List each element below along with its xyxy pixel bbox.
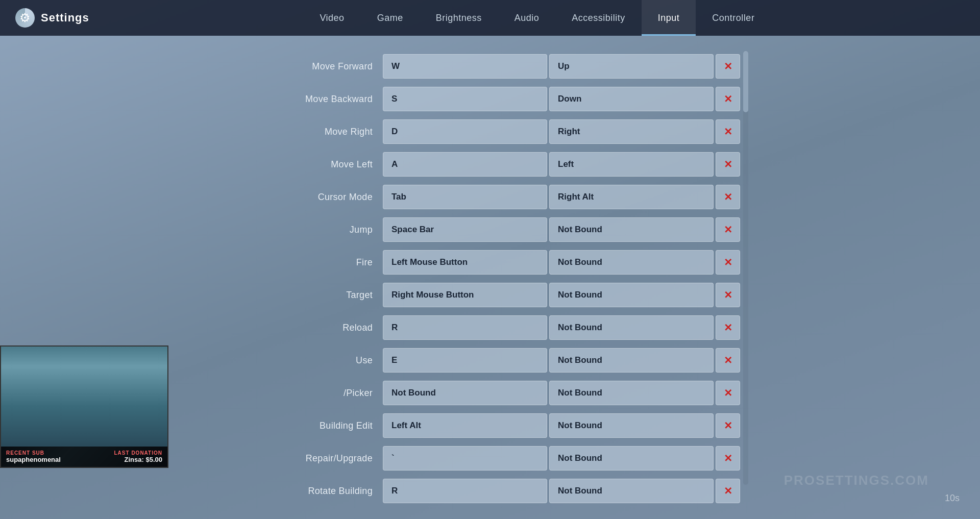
binding-alt-key[interactable]: Not Bound	[549, 217, 714, 242]
webcam-bar-right: LAST DONATION Zinsa: $5.00	[114, 450, 162, 463]
binding-primary-key[interactable]: `	[383, 446, 547, 471]
nav-tab-video[interactable]: Video	[303, 0, 360, 36]
binding-row: TargetRight Mouse ButtonNot Bound✕	[240, 280, 740, 310]
binding-row: Move ForwardWUp✕	[240, 51, 740, 82]
binding-row: Cursor ModeTabRight Alt✕	[240, 182, 740, 212]
binding-primary-key[interactable]: W	[383, 54, 547, 79]
nav-tab-audio[interactable]: Audio	[498, 0, 556, 36]
binding-action-label: Reload	[240, 323, 383, 333]
binding-row: ReloadRNot Bound✕	[240, 312, 740, 343]
scrollbar-thumb[interactable]	[743, 51, 748, 112]
binding-alt-key[interactable]: Left	[549, 152, 714, 177]
binding-action-label: Move Left	[240, 159, 383, 170]
binding-alt-key[interactable]: Not Bound	[549, 250, 714, 275]
binding-action-label: Cursor Mode	[240, 192, 383, 203]
webcam-bar-left: RECENT SUB supaphenomenal	[6, 450, 61, 463]
binding-row: FireLeft Mouse ButtonNot Bound✕	[240, 247, 740, 278]
binding-clear-button[interactable]: ✕	[716, 152, 740, 177]
binding-clear-button[interactable]: ✕	[716, 348, 740, 373]
binding-action-label: Move Backward	[240, 94, 383, 105]
nav-tabs: VideoGameBrightnessAudioAccessibilityInp…	[110, 0, 965, 36]
binding-primary-key[interactable]: Not Bound	[383, 381, 547, 405]
binding-alt-key[interactable]: Not Bound	[549, 446, 714, 471]
binding-action-label: Building Edit	[240, 421, 383, 431]
x-icon: ✕	[724, 354, 732, 366]
binding-clear-button[interactable]: ✕	[716, 185, 740, 209]
x-icon: ✕	[724, 452, 732, 464]
x-icon: ✕	[724, 387, 732, 399]
app-title: Settings	[41, 11, 89, 24]
x-icon: ✕	[724, 322, 732, 334]
binding-row: Building EditLeft AltNot Bound✕	[240, 410, 740, 441]
binding-clear-button[interactable]: ✕	[716, 446, 740, 471]
binding-primary-key[interactable]: D	[383, 119, 547, 144]
binding-alt-key[interactable]: Not Bound	[549, 283, 714, 307]
binding-primary-key[interactable]: Tab	[383, 185, 547, 209]
app-logo: ⚙ Settings	[15, 8, 89, 28]
binding-action-label: Use	[240, 355, 383, 366]
binding-alt-key[interactable]: Up	[549, 54, 714, 79]
binding-primary-key[interactable]: Space Bar	[383, 217, 547, 242]
binding-row: Move RightDRight✕	[240, 116, 740, 147]
nav-tab-controller[interactable]: Controller	[696, 0, 771, 36]
binding-clear-button[interactable]: ✕	[716, 283, 740, 307]
webcam-last-donation-label: LAST DONATION	[114, 450, 162, 456]
binding-clear-button[interactable]: ✕	[716, 54, 740, 79]
binding-clear-button[interactable]: ✕	[716, 250, 740, 275]
binding-row: JumpSpace BarNot Bound✕	[240, 214, 740, 245]
binding-row: Repair/Upgrade`Not Bound✕	[240, 443, 740, 474]
binding-action-label: Target	[240, 290, 383, 301]
binding-clear-button[interactable]: ✕	[716, 315, 740, 340]
binding-alt-key[interactable]: Not Bound	[549, 348, 714, 373]
binding-clear-button[interactable]: ✕	[716, 217, 740, 242]
binding-alt-key[interactable]: Down	[549, 87, 714, 111]
nav-tab-brightness[interactable]: Brightness	[420, 0, 498, 36]
binding-primary-key[interactable]: A	[383, 152, 547, 177]
nav-tab-game[interactable]: Game	[361, 0, 420, 36]
binding-clear-button[interactable]: ✕	[716, 381, 740, 405]
timer-badge: 10s	[945, 493, 960, 504]
webcam-streamer-name: supaphenomenal	[6, 456, 61, 463]
binding-primary-key[interactable]: R	[383, 479, 547, 503]
bindings-panel: Move ForwardWUp✕Move BackwardSDown✕Move …	[240, 51, 740, 485]
binding-primary-key[interactable]: Left Alt	[383, 413, 547, 438]
x-icon: ✕	[724, 224, 732, 236]
nav-tab-input[interactable]: Input	[642, 0, 696, 36]
binding-alt-key[interactable]: Right	[549, 119, 714, 144]
binding-row: UseENot Bound✕	[240, 345, 740, 376]
binding-alt-key[interactable]: Right Alt	[549, 185, 714, 209]
binding-alt-key[interactable]: Not Bound	[549, 413, 714, 438]
binding-primary-key[interactable]: R	[383, 315, 547, 340]
binding-clear-button[interactable]: ✕	[716, 413, 740, 438]
binding-action-label: Repair/Upgrade	[240, 453, 383, 464]
binding-primary-key[interactable]: E	[383, 348, 547, 373]
binding-row: /PickerNot BoundNot Bound✕	[240, 378, 740, 408]
scrollbar[interactable]	[743, 51, 748, 485]
binding-row: Rotate BuildingRNot Bound✕	[240, 476, 740, 506]
webcam-bar: RECENT SUB supaphenomenal LAST DONATION …	[1, 447, 167, 467]
webcam-overlay: RECENT SUB supaphenomenal LAST DONATION …	[0, 345, 168, 468]
binding-primary-key[interactable]: Right Mouse Button	[383, 283, 547, 307]
x-icon: ✕	[724, 60, 732, 72]
binding-alt-key[interactable]: Not Bound	[549, 381, 714, 405]
binding-action-label: /Picker	[240, 388, 383, 399]
x-icon: ✕	[724, 289, 732, 301]
x-icon: ✕	[724, 256, 732, 268]
binding-row: Move LeftALeft✕	[240, 149, 740, 180]
binding-primary-key[interactable]: Left Mouse Button	[383, 250, 547, 275]
binding-clear-button[interactable]: ✕	[716, 479, 740, 503]
binding-action-label: Move Right	[240, 127, 383, 137]
x-icon: ✕	[724, 126, 732, 138]
gear-icon: ⚙	[15, 8, 35, 28]
binding-alt-key[interactable]: Not Bound	[549, 479, 714, 503]
binding-row: Move BackwardSDown✕	[240, 84, 740, 114]
nav-tab-accessibility[interactable]: Accessibility	[555, 0, 642, 36]
x-icon: ✕	[724, 93, 732, 105]
binding-clear-button[interactable]: ✕	[716, 119, 740, 144]
binding-primary-key[interactable]: S	[383, 87, 547, 111]
webcam-donation-amount: Zinsa: $5.00	[114, 456, 162, 463]
binding-action-label: Move Forward	[240, 61, 383, 72]
watermark-text: PROSETTINGS.COM	[784, 473, 929, 488]
binding-clear-button[interactable]: ✕	[716, 87, 740, 111]
binding-alt-key[interactable]: Not Bound	[549, 315, 714, 340]
